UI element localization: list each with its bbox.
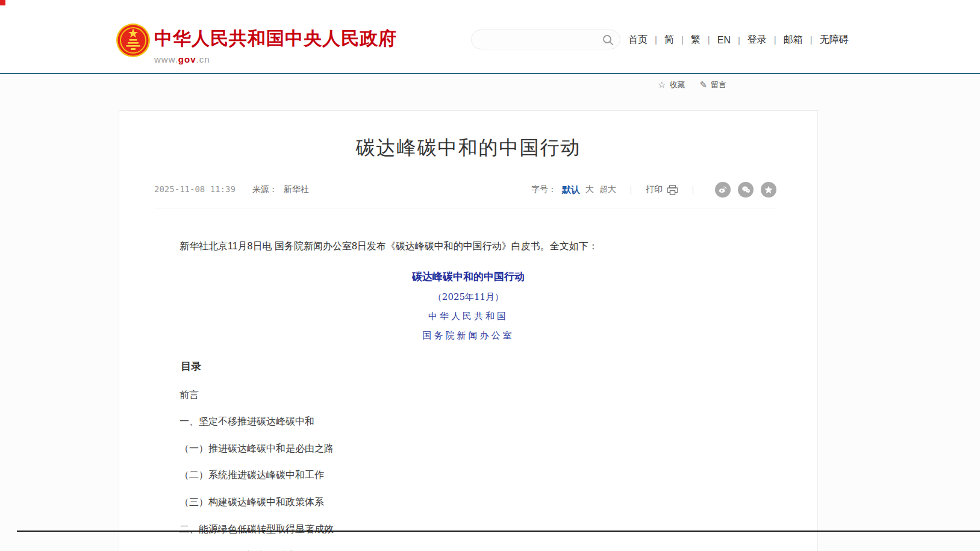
site-identity: 中华人民共和国中央人民政府 www.gov.cn bbox=[154, 26, 397, 64]
toolbar-divider bbox=[693, 185, 693, 195]
star-icon: ☆ bbox=[658, 79, 666, 90]
favorite-label: 收藏 bbox=[669, 79, 685, 90]
toc-item-1-2: （二）系统推进碳达峰碳中和工作 bbox=[160, 470, 776, 481]
site-title: 中华人民共和国中央人民政府 bbox=[154, 26, 397, 51]
article-meta-left: 2025-11-08 11:39 来源：新华社 bbox=[154, 184, 309, 195]
article-source: 来源：新华社 bbox=[252, 184, 309, 195]
qzone-share-button[interactable] bbox=[761, 182, 776, 198]
toc-item-preface: 前言 bbox=[160, 390, 776, 400]
pencil-icon: ✎ bbox=[699, 79, 707, 90]
intro-paragraph: 新华社北京11月8日电 国务院新闻办公室8日发布《碳达峰碳中和的中国行动》白皮书… bbox=[160, 238, 776, 254]
font-size-xlarge[interactable]: 超大 bbox=[599, 184, 616, 195]
printer-icon bbox=[667, 185, 678, 195]
site-header: 中华人民共和国中央人民政府 www.gov.cn 首页 简 繁 EN 登录 邮箱… bbox=[0, 0, 980, 73]
site-url: www.gov.cn bbox=[154, 54, 397, 64]
comment-label: 留言 bbox=[711, 79, 726, 90]
toc-heading: 目录 bbox=[160, 360, 776, 373]
nav-item-home[interactable]: 首页 bbox=[628, 34, 664, 46]
document-title: 碳达峰碳中和的中国行动 bbox=[160, 270, 776, 284]
toc-item-1: 一、坚定不移推进碳达峰碳中和 bbox=[160, 416, 776, 427]
search-input[interactable] bbox=[480, 31, 598, 48]
document-org-line-1: 中华人民共和国 bbox=[160, 311, 776, 322]
print-button[interactable]: 打印 bbox=[646, 184, 678, 195]
source-label: 来源： bbox=[252, 184, 278, 194]
article-date: 2025-11-08 11:39 bbox=[154, 184, 236, 194]
article-card: 碳达峰碳中和的中国行动 2025-11-08 11:39 来源：新华社 字号： … bbox=[119, 110, 818, 551]
search-icon[interactable] bbox=[602, 34, 614, 46]
weibo-share-button[interactable] bbox=[715, 182, 731, 198]
weibo-icon bbox=[718, 185, 728, 195]
bottom-border-line bbox=[17, 531, 980, 532]
font-size-label: 字号： bbox=[531, 184, 557, 195]
page-actions: ☆ 收藏 ✎ 留言 bbox=[658, 79, 726, 90]
nav-item-traditional-chinese[interactable]: 繁 bbox=[691, 34, 717, 46]
article-body: 新华社北京11月8日电 国务院新闻办公室8日发布《碳达峰碳中和的中国行动》白皮书… bbox=[160, 238, 776, 551]
corner-marker bbox=[0, 0, 5, 5]
wechat-icon bbox=[741, 185, 751, 195]
font-size-default[interactable]: 默认 bbox=[562, 184, 580, 196]
font-size-large[interactable]: 大 bbox=[585, 184, 594, 195]
star-share-icon bbox=[764, 185, 773, 195]
nav-item-mail[interactable]: 邮箱 bbox=[784, 34, 820, 46]
document-date: （2025年11月） bbox=[160, 291, 776, 303]
site-url-www: www. bbox=[154, 54, 178, 64]
site-url-cn: .cn bbox=[196, 54, 210, 64]
article-meta-row: 2025-11-08 11:39 来源：新华社 字号： 默认 大 超大 打印 bbox=[154, 182, 776, 208]
wechat-share-button[interactable] bbox=[738, 182, 754, 198]
favorite-button[interactable]: ☆ 收藏 bbox=[658, 79, 685, 90]
nav-item-accessibility[interactable]: 无障碍 bbox=[820, 34, 849, 46]
search-box[interactable] bbox=[471, 30, 620, 49]
nav-item-login[interactable]: 登录 bbox=[747, 34, 784, 46]
site-url-gov: gov bbox=[178, 54, 196, 64]
toolbar-divider bbox=[631, 185, 631, 195]
article-title: 碳达峰碳中和的中国行动 bbox=[119, 135, 817, 161]
national-emblem-logo bbox=[116, 23, 151, 58]
toc-item-2: 二、能源绿色低碳转型取得显著成效 bbox=[160, 524, 776, 535]
print-label: 打印 bbox=[646, 184, 663, 195]
source-value: 新华社 bbox=[284, 184, 309, 194]
nav-item-english[interactable]: EN bbox=[717, 35, 747, 46]
document-org-line-2: 国务院新闻办公室 bbox=[160, 330, 776, 341]
gov-cn-article-page: { "header": { "site_title": "中华人民共和国中央人民… bbox=[0, 0, 980, 551]
comment-button[interactable]: ✎ 留言 bbox=[699, 79, 726, 90]
toc-item-1-3: （三）构建碳达峰碳中和政策体系 bbox=[160, 497, 776, 508]
article-toolbar: 字号： 默认 大 超大 打印 bbox=[531, 182, 776, 198]
toc-item-1-1: （一）推进碳达峰碳中和是必由之路 bbox=[160, 443, 776, 454]
top-nav: 首页 简 繁 EN 登录 邮箱 无障碍 bbox=[628, 34, 849, 46]
nav-item-simplified-chinese[interactable]: 简 bbox=[664, 34, 691, 46]
